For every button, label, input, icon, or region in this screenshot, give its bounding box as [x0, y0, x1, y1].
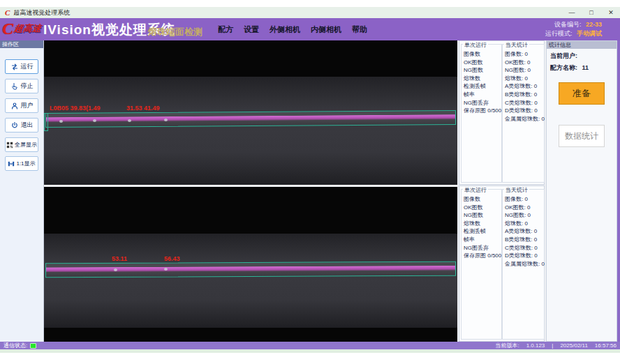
stat-row: 帧率: [464, 91, 501, 99]
stat-row: 检测丢帧: [464, 227, 501, 236]
bead-highlight: [93, 119, 96, 122]
stat-row: NG图丢弃: [464, 99, 501, 107]
header-bar: C 超高速 IVision视觉处理系统 熔珠端面检测 配方设置外侧相机内侧相机帮…: [0, 18, 620, 40]
stat-row: NG图数: 0: [505, 66, 544, 75]
exit-button-label: 退出: [21, 121, 34, 130]
stat-row: D类熔珠数: 0: [505, 252, 544, 260]
bead-highlight: [164, 119, 168, 121]
bead-highlight: [59, 120, 63, 123]
single-run-group: 单次运行 图像数OK图数NG图数熔珠数检测丢帧帧率NG图丢弃保存原图 0/500: [461, 189, 502, 340]
stat-row: 熔珠数: 0: [505, 75, 544, 83]
daily-stats-group: 当天统计 图像数: 0OK图数: 0NG图数: 0熔珠数: 0A类熔珠数: 0B…: [502, 44, 545, 183]
menu-item[interactable]: 帮助: [352, 24, 367, 35]
comm-status-indicator: [30, 343, 36, 349]
brand-swirl-icon: C: [2, 20, 13, 38]
stat-row: C类熔珠数: 0: [505, 244, 544, 252]
stat-row: 图像数: 0: [505, 195, 544, 204]
status-time: 16:57:56: [595, 342, 617, 349]
bead-highlight: [164, 268, 168, 271]
stat-row: 图像数: 0: [505, 50, 544, 59]
daily-stats-title: 当天统计: [504, 186, 529, 194]
measurement-annotation: 31.53 41.49: [126, 105, 160, 112]
run-mode-value: 手动调试: [577, 30, 602, 37]
window-titlebar: C 超高速视觉处理系统 — □ ✕: [0, 7, 620, 18]
camera-view-bottom[interactable]: 53.11 56.43: [44, 187, 457, 342]
stat-row: OK图数: [464, 59, 501, 67]
info-panel: 统计信息 当前用户: 配方名称: 11 准备 数据统计: [546, 40, 617, 342]
stat-row: 图像数: [464, 50, 501, 59]
right-edge-strip: [617, 40, 620, 342]
power-icon: [10, 121, 19, 130]
desktop-strip: [0, 349, 620, 353]
status-bar: 通信状态: 当前版本: 1.0.123 | 2025/02/11 16:57:5…: [0, 342, 620, 349]
stat-row: OK图数: [464, 204, 501, 212]
fullscreen-button[interactable]: 全屏显示: [5, 137, 38, 152]
menu-bar: 配方设置外侧相机内侧相机帮助: [218, 18, 367, 40]
stat-row: 检测丢帧: [464, 82, 501, 91]
daily-stats-group: 当天统计 图像数: 0OK图数: 0NG图数: 0熔珠数: 0A类熔珠数: 0B…: [502, 189, 545, 340]
status-date: 2025/02/11: [560, 342, 587, 349]
stat-row: NG图丢弃: [464, 244, 501, 252]
menu-item[interactable]: 外侧相机: [270, 24, 300, 35]
measurement-annotation: 53.11: [112, 255, 127, 262]
single-run-title: 单次运行: [463, 186, 488, 194]
window-title: 超高速视觉处理系统: [13, 8, 70, 17]
user-button[interactable]: 用户: [5, 98, 38, 113]
stats-panel-top: 单次运行 图像数OK图数NG图数熔珠数检测丢帧帧率NG图丢弃保存原图 0/500…: [459, 40, 545, 185]
stat-row: C类熔珠数: 0: [505, 99, 544, 107]
operation-sidebar: 操作区 运行 停止 用户 退出: [0, 40, 44, 342]
daily-stats-rows: 图像数: 0OK图数: 0NG图数: 0熔珠数: 0A类熔珠数: 0B类熔珠数:…: [503, 45, 544, 123]
run-icon: [10, 63, 19, 71]
device-number-label: 设备编号:: [554, 21, 582, 28]
menu-item[interactable]: 设置: [244, 24, 259, 35]
fullscreen-grid-icon: [6, 142, 13, 149]
stats-panel-bottom: 单次运行 图像数OK图数NG图数熔珠数检测丢帧帧率NG图丢弃保存原图 0/500…: [459, 185, 545, 342]
info-panel-title: 统计信息: [547, 41, 617, 49]
data-statistics-button[interactable]: 数据统计: [559, 125, 605, 147]
camera-view-top[interactable]: L0B05 39.83(1.49 31.53 41.49: [44, 40, 457, 185]
stat-row: 金属屑熔珠数: 0: [505, 115, 544, 123]
measurement-annotation: L0B05 39.83(1.49: [50, 105, 101, 112]
stat-row: 保存原图 0/500: [464, 107, 501, 115]
stat-row: A类熔珠数: 0: [505, 227, 544, 236]
current-user-label: 当前用户:: [550, 52, 577, 59]
single-run-rows: 图像数OK图数NG图数熔珠数检测丢帧帧率NG图丢弃保存原图 0/500: [462, 190, 501, 260]
daily-stats-title: 当天统计: [504, 41, 529, 49]
stop-button[interactable]: 停止: [5, 79, 38, 93]
recipe-name-label: 配方名称:: [550, 64, 577, 71]
stat-row: NG图数: 0: [505, 211, 544, 220]
bead-highlight: [114, 268, 117, 271]
stat-row: NG图数: [464, 211, 501, 220]
exit-button[interactable]: 退出: [5, 118, 38, 132]
run-button[interactable]: 运行: [5, 59, 38, 74]
stat-row: B类熔珠数: 0: [505, 91, 544, 99]
version-label: 当前版本:: [495, 342, 519, 349]
one-to-one-button[interactable]: 1:1显示: [5, 156, 38, 171]
menu-item[interactable]: 内侧相机: [311, 24, 341, 35]
separator: |: [552, 342, 553, 349]
user-icon: [10, 102, 19, 110]
single-run-group: 单次运行 图像数OK图数NG图数熔珠数检测丢帧帧率NG图丢弃保存原图 0/500: [461, 44, 502, 183]
maximize-button[interactable]: □: [587, 9, 596, 16]
minimize-button[interactable]: —: [568, 9, 576, 16]
run-button-label: 运行: [21, 62, 34, 71]
stop-button-label: 停止: [21, 82, 34, 91]
one-to-one-button-label: 1:1显示: [16, 160, 35, 167]
stat-row: OK图数: 0: [505, 204, 544, 212]
close-button[interactable]: ✕: [607, 9, 615, 16]
detection-strip-overlay: [45, 110, 456, 128]
stop-hand-icon: [10, 82, 19, 91]
stat-row: 熔珠数: [464, 75, 501, 83]
single-run-rows: 图像数OK图数NG图数熔珠数检测丢帧帧率NG图丢弃保存原图 0/500: [462, 45, 501, 115]
stat-row: A类熔珠数: 0: [505, 82, 544, 91]
user-button-label: 用户: [21, 101, 34, 110]
version-value: 1.0.123: [526, 342, 545, 349]
stat-row: D类熔珠数: 0: [505, 107, 544, 115]
stat-row: 金属屑熔珠数: 0: [505, 260, 544, 268]
menu-item[interactable]: 配方: [218, 24, 233, 35]
prepare-button[interactable]: 准备: [559, 82, 605, 105]
stat-row: OK图数: 0: [505, 59, 544, 67]
device-number-value: 22-33: [586, 21, 602, 28]
daily-stats-rows: 图像数: 0OK图数: 0NG图数: 0熔珠数: 0A类熔珠数: 0B类熔珠数:…: [503, 190, 544, 268]
edge-marker-overlay: [44, 113, 48, 131]
